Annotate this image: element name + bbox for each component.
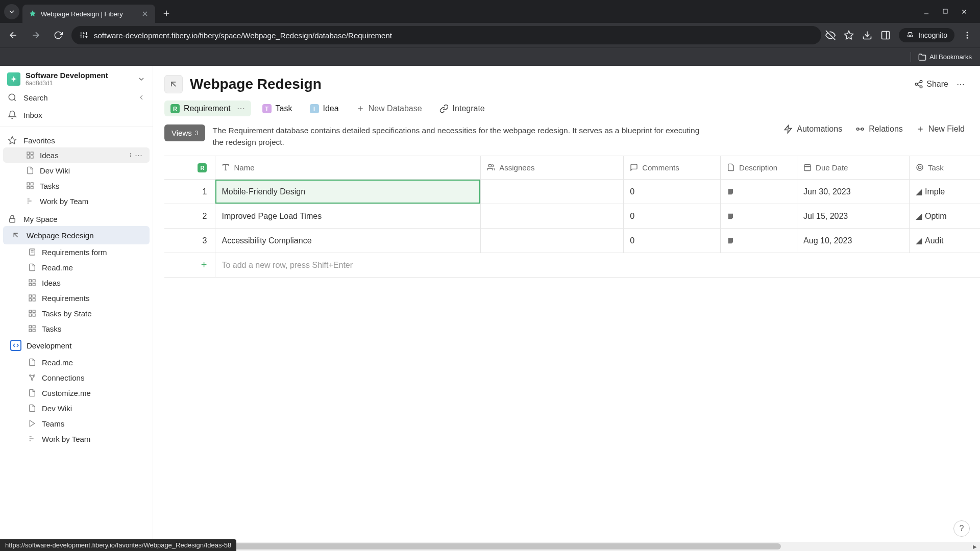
column-header-comments[interactable]: Comments: [624, 156, 721, 180]
cell-due-date[interactable]: Jul 15, 2023: [797, 204, 910, 229]
cell-name[interactable]: Mobile-Friendly Design: [215, 180, 481, 204]
sidebar-item-tasks[interactable]: Tasks: [3, 178, 150, 193]
database-description[interactable]: The Requirement database contains detail…: [212, 124, 702, 148]
forward-button[interactable]: [27, 26, 45, 44]
tab-search-button[interactable]: [4, 4, 19, 19]
integrate-button[interactable]: Integrate: [433, 101, 491, 116]
side-panel-icon[interactable]: [880, 30, 891, 40]
space-development[interactable]: Development: [3, 336, 150, 355]
table-row[interactable]: 1 Mobile-Friendly Design 0 Jun 30, 2023 …: [164, 180, 980, 204]
sidebar-item-ideas-space[interactable]: Ideas: [3, 275, 150, 290]
close-icon: [961, 8, 968, 15]
relations-button[interactable]: Relations: [855, 124, 903, 134]
eye-off-icon[interactable]: [825, 30, 836, 40]
note-icon: [727, 163, 735, 171]
tab-close-button[interactable]: [141, 10, 149, 18]
page-more-button[interactable]: ⋯: [957, 80, 965, 89]
sidebar-item-customize[interactable]: Customize.me: [3, 385, 150, 400]
db-tab-idea[interactable]: I Idea: [304, 101, 345, 116]
sidebar-item-connections[interactable]: Connections: [3, 370, 150, 385]
sidebar-item-dev-wiki-2[interactable]: Dev Wiki: [3, 400, 150, 416]
workspace-switcher[interactable]: ✦ Software Development 6ad8d3d1: [0, 66, 153, 89]
cell-assignees[interactable]: [481, 180, 624, 204]
space-webpage-redesign[interactable]: Webpage Redesign: [3, 226, 150, 244]
star-icon[interactable]: [844, 30, 854, 40]
cell-description[interactable]: [721, 204, 797, 229]
my-space-label: My Space: [23, 215, 58, 223]
cell-task[interactable]: ◢Optim: [910, 204, 981, 229]
sidebar-item-tasks-by-state[interactable]: Tasks by State: [3, 306, 150, 321]
svg-marker-31: [9, 137, 16, 144]
close-window-button[interactable]: [961, 8, 968, 15]
chevron-down-icon: [137, 75, 145, 83]
column-header-name[interactable]: Name: [215, 156, 481, 180]
cell-assignees[interactable]: [481, 204, 624, 229]
share-button[interactable]: Share: [914, 80, 948, 89]
cell-due-date[interactable]: Jun 30, 2023: [797, 180, 910, 204]
download-icon[interactable]: [862, 30, 872, 40]
add-row[interactable]: + To add a new row, press Shift+Enter: [164, 253, 980, 278]
sidebar-item-requirements[interactable]: Requirements: [3, 290, 150, 306]
incognito-chip[interactable]: Incognito: [899, 28, 954, 42]
menu-icon[interactable]: [963, 31, 972, 40]
scrollbar-thumb[interactable]: [153, 543, 781, 549]
maximize-button[interactable]: [942, 8, 948, 15]
link-icon: [439, 104, 449, 113]
window-controls: [923, 8, 976, 15]
column-header-due-date[interactable]: Due Date: [797, 156, 910, 180]
column-header-row-number: R: [164, 156, 215, 180]
sidebar-search[interactable]: Search: [0, 89, 153, 106]
cell-task[interactable]: ◢Audit: [910, 229, 981, 253]
cell-description[interactable]: [721, 180, 797, 204]
new-field-button[interactable]: New Field: [916, 124, 965, 134]
address-bar[interactable]: software-development.fibery.io/fibery/sp…: [71, 26, 821, 44]
column-header-assignees[interactable]: Assignees: [481, 156, 624, 180]
reload-button[interactable]: [49, 26, 67, 44]
new-database-button[interactable]: New Database: [350, 101, 428, 116]
cell-description[interactable]: [721, 229, 797, 253]
sidebar-item-readme[interactable]: Read.me: [3, 260, 150, 275]
table-row[interactable]: 3 Accessibility Compliance 0 Aug 10, 202…: [164, 229, 980, 253]
automations-button[interactable]: Automations: [783, 124, 842, 134]
sidebar-item-dev-work-by-team[interactable]: Work by Team: [3, 431, 150, 446]
collapse-sidebar-button[interactable]: [137, 93, 145, 102]
scroll-right-arrow-icon[interactable]: ▶: [970, 544, 980, 549]
relations-label: Relations: [869, 124, 903, 134]
cell-assignees[interactable]: [481, 229, 624, 253]
sidebar-favorites-header[interactable]: Favorites: [0, 130, 153, 147]
task-badge-icon: T: [262, 104, 272, 113]
cell-due-date[interactable]: Aug 10, 2023: [797, 229, 910, 253]
sidebar-item-dev-readme[interactable]: Read.me: [3, 355, 150, 370]
help-button[interactable]: ?: [953, 520, 970, 537]
minimize-button[interactable]: [923, 8, 930, 15]
sidebar-item-work-by-team[interactable]: Work by Team: [3, 193, 150, 209]
cell-name[interactable]: Improved Page Load Times: [215, 204, 481, 229]
sidebar-item-ideas[interactable]: Ideas ⋯: [3, 147, 150, 163]
app-root: ✦ Software Development 6ad8d3d1 Search I…: [0, 66, 980, 551]
cell-comments[interactable]: 0: [624, 204, 721, 229]
browser-tab[interactable]: Webpage Redesign | Fibery: [22, 5, 155, 23]
column-header-description[interactable]: Description: [721, 156, 797, 180]
cell-comments[interactable]: 0: [624, 180, 721, 204]
column-header-task[interactable]: Task: [910, 156, 981, 180]
views-button[interactable]: Views 3: [164, 124, 205, 141]
db-more-button[interactable]: ⋯: [237, 104, 245, 113]
cell-comments[interactable]: 0: [624, 229, 721, 253]
all-bookmarks-button[interactable]: All Bookmarks: [918, 53, 972, 61]
cell-name[interactable]: Accessibility Compliance: [215, 229, 481, 253]
back-button[interactable]: [4, 26, 22, 44]
page-icon[interactable]: [164, 75, 183, 93]
sidebar-my-space-header[interactable]: My Space: [0, 209, 153, 226]
table-row[interactable]: 2 Improved Page Load Times 0 Jul 15, 202…: [164, 204, 980, 229]
new-tab-button[interactable]: [159, 6, 174, 20]
workspace-id: 6ad8d3d1: [26, 80, 132, 87]
sidebar-inbox[interactable]: Inbox: [0, 106, 153, 123]
sidebar-item-teams[interactable]: Teams: [3, 416, 150, 431]
sidebar-item-tasks-space[interactable]: Tasks: [3, 321, 150, 336]
db-tab-task[interactable]: T Task: [256, 101, 299, 116]
item-more-button[interactable]: ⋯: [129, 151, 142, 160]
db-tab-requirement[interactable]: R Requirement ⋯: [164, 101, 251, 116]
cell-task[interactable]: ◢Imple: [910, 180, 981, 204]
sidebar-item-requirements-form[interactable]: Requirements form: [3, 244, 150, 260]
sidebar-item-dev-wiki[interactable]: Dev Wiki: [3, 163, 150, 178]
